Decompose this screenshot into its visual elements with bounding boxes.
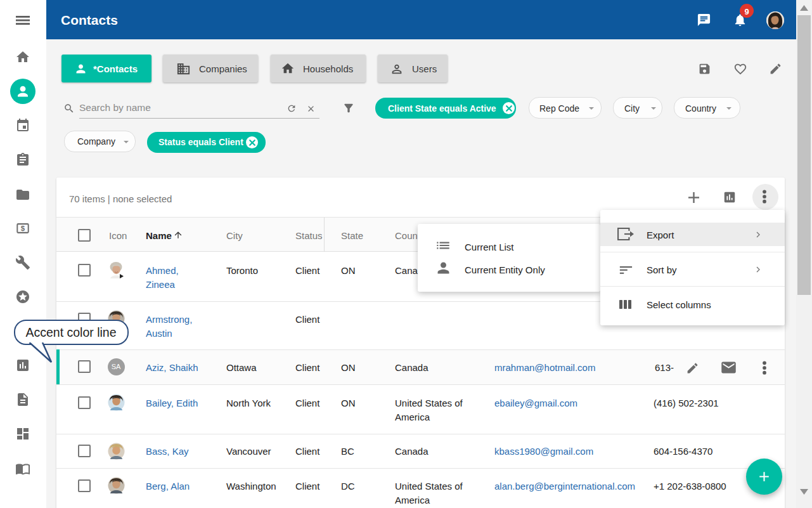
svg-text:$: $ — [21, 225, 25, 232]
